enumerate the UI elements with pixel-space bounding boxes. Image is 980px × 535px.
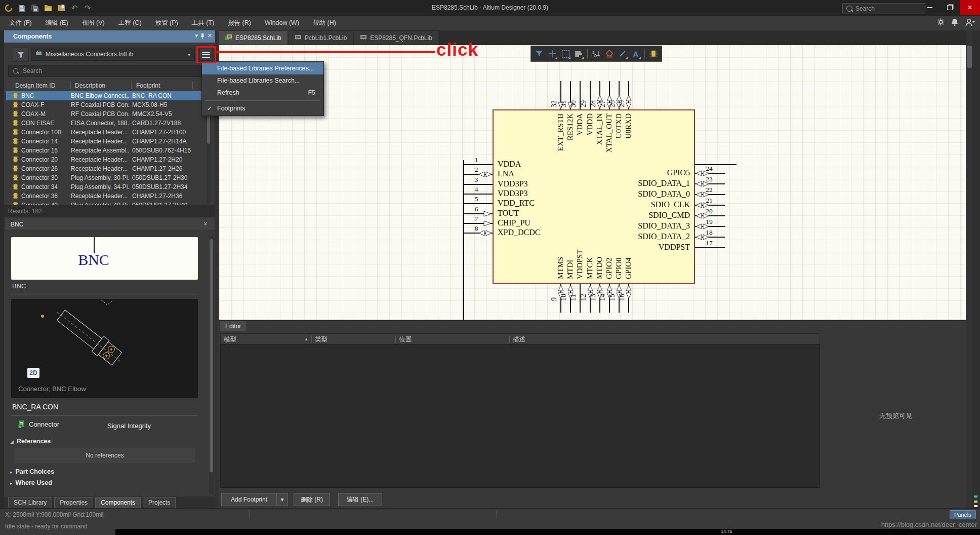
menubar-item-4[interactable]: 放置 (P) — [155, 19, 178, 27]
chevron-down-icon[interactable]: ▾ — [195, 32, 198, 39]
where-used-section[interactable]: ▸Where Used — [10, 479, 52, 486]
model-type-row[interactable]: s Connector — [18, 421, 59, 428]
pin-wire[interactable] — [463, 194, 493, 195]
table-row[interactable]: Connector 30Plug Assembly, 30-Pi...050DS… — [6, 173, 211, 182]
table-row[interactable]: CON EISAEEISA Connector, 188...CARD1.27-… — [6, 119, 211, 128]
column-separator[interactable] — [192, 82, 193, 89]
part-choices-section[interactable]: ▸Part Choices — [10, 468, 54, 475]
svg-text:s: s — [19, 425, 21, 428]
context-menu-item-1[interactable]: File-based Libraries Search... — [202, 74, 323, 87]
panel-tab-sch-library[interactable]: SCH Library — [8, 497, 52, 508]
table-row[interactable]: Connector 20Receptacle Header...CHAMP1.2… — [6, 155, 211, 164]
gear-icon[interactable] — [937, 18, 945, 27]
table-row[interactable]: Connector 26Receptacle Header...CHAMP1.2… — [6, 164, 211, 173]
line-icon[interactable] — [617, 47, 629, 60]
table-row[interactable]: Connector 15Receptacle Assembl...050DSUB… — [6, 146, 211, 155]
polygon-icon[interactable] — [603, 47, 616, 60]
table-row[interactable]: BNCBNC Elbow Connect...BNC_RA CON — [6, 91, 211, 100]
table-row[interactable]: Connector 34Plug Assembly, 34-Pi...050DS… — [6, 182, 211, 192]
pin-icon[interactable] — [200, 33, 205, 41]
part-icon[interactable] — [647, 47, 660, 60]
editor-tab[interactable]: Editor — [220, 321, 246, 331]
library-selector[interactable]: Miscellaneous Connectors.IntLib ▾ — [31, 48, 195, 61]
pin-wire[interactable] — [695, 247, 725, 248]
editor-button-1[interactable]: 删除 (R) — [294, 493, 330, 506]
global-search[interactable]: Search — [842, 3, 925, 14]
table-row[interactable]: COAX-FRF Coaxial PCB Con...MCX5.08-H5 — [6, 100, 211, 109]
column-separator[interactable] — [131, 82, 132, 89]
bell-icon[interactable] — [951, 18, 958, 28]
references-section[interactable]: ◢References — [10, 438, 51, 445]
restore-button[interactable] — [940, 0, 959, 15]
table-row[interactable]: COAX-MRF Coaxial PCB Con...MMCX2.54-V5 — [6, 109, 211, 119]
document-tab-bar[interactable]: ESP8285.SchLibPcbLib1.PcbLibESP8285_QFN.… — [219, 30, 966, 45]
context-menu-item-2[interactable]: RefreshF5 — [202, 87, 323, 99]
context-menu-item-0[interactable]: File-based Libraries Preferences... — [202, 62, 323, 74]
components-search-input[interactable]: Search — [8, 65, 211, 77]
column-separator[interactable] — [70, 82, 71, 89]
context-menu-item-4[interactable]: ✓Footprints — [202, 102, 323, 114]
menubar-item-8[interactable]: 帮助 (H) — [313, 19, 336, 27]
editor-column-1[interactable]: 类型 — [315, 335, 328, 344]
panel-tab-components[interactable]: Components — [95, 497, 141, 508]
editor-column-2[interactable]: 位置 — [399, 335, 412, 344]
editor-column-3[interactable]: 描述 — [513, 335, 525, 344]
pin-wire[interactable] — [463, 184, 493, 185]
text-icon[interactable]: A — [630, 47, 642, 60]
component-section-header[interactable]: BNC » — [4, 218, 215, 231]
2d-badge[interactable]: 2D — [27, 368, 39, 378]
menubar-item-3[interactable]: 工程 (C) — [118, 19, 142, 27]
editor-button-0[interactable]: Add Footprint — [221, 493, 277, 506]
close-button[interactable]: ✕ — [960, 0, 980, 15]
filter-icon[interactable] — [533, 47, 545, 60]
menubar-item-1[interactable]: 编辑 (E) — [45, 19, 68, 27]
table-row[interactable]: Connector 40Plug Assembly, 40-Pi...050DS… — [6, 201, 211, 205]
minimize-button[interactable] — [920, 0, 940, 15]
component-icon — [13, 165, 18, 173]
document-tab-esp8285.schlib[interactable]: ESP8285.SchLib — [219, 31, 288, 45]
symbol-preview[interactable]: BNC — [11, 237, 198, 280]
collapse-chevron-icon[interactable]: » — [202, 222, 210, 225]
editor-table-header[interactable]: 模型类型位置描述▲ — [220, 333, 820, 345]
pin-number: 28 — [590, 100, 597, 107]
footprint-preview[interactable]: 2D Connector; BNC Elbow — [11, 299, 198, 398]
user-icon[interactable] — [965, 18, 976, 28]
document-tab-esp8285_qfn.pcblib[interactable]: ESP8285_QFN.PcbLib — [354, 31, 438, 45]
filter-button[interactable] — [13, 48, 29, 62]
crosshair-icon[interactable] — [546, 47, 558, 60]
schematic-utility-toolbar[interactable]: 1A — [530, 46, 662, 62]
menubar-item-2[interactable]: 视图 (V) — [82, 19, 105, 27]
components-panel-header[interactable]: Components ▾ ✕ — [4, 30, 215, 43]
table-row[interactable]: Connector 100Receptacle Header...CHAMP1.… — [6, 128, 211, 137]
editor-table-body[interactable] — [220, 345, 820, 488]
panels-button[interactable]: Panels — [950, 510, 976, 519]
panel-scrollbar[interactable] — [209, 236, 214, 494]
menubar-item-6[interactable]: 报告 (R) — [228, 19, 251, 27]
align-icon[interactable] — [573, 47, 585, 60]
table-row[interactable]: Connector 14Receptacle Header...CHAMP1.2… — [6, 137, 211, 146]
column-header-2[interactable]: Footprint — [136, 82, 160, 89]
column-header-1[interactable]: Description — [75, 82, 105, 89]
components-table-header[interactable]: Design Item IDDescriptionFootprint — [6, 80, 211, 92]
close-icon[interactable]: ✕ — [208, 32, 212, 39]
document-tab-pcblib1.pcblib[interactable]: PcbLib1.PcbLib — [289, 31, 353, 45]
table-row[interactable]: Connector 36Receptacle Header...CHAMP1.2… — [6, 192, 211, 201]
pin-wire[interactable] — [463, 164, 493, 165]
editor-column-0[interactable]: 模型 — [224, 335, 236, 344]
editor-button-dropdown[interactable]: ▾ — [277, 493, 288, 506]
column-header-0[interactable]: Design Item ID — [15, 82, 55, 89]
selection-icon[interactable] — [559, 47, 571, 60]
panel-tab-projects[interactable]: Projects — [143, 497, 176, 508]
panel-tab-properties[interactable]: Properties — [54, 497, 93, 508]
pin-wire[interactable] — [463, 203, 493, 204]
panel-tab-bar[interactable]: SCH LibraryPropertiesComponentsProjects — [4, 496, 215, 508]
pin-tool-icon[interactable]: 1 — [590, 47, 602, 60]
menubar-item-7[interactable]: Window (W) — [265, 19, 299, 26]
canvas-scrollbar[interactable] — [966, 45, 972, 508]
pin-number: 14 — [599, 294, 606, 301]
menubar-item-0[interactable]: 文件 (F) — [9, 19, 31, 27]
editor-button-2[interactable]: 编辑 (E)... — [338, 493, 382, 506]
menubar-item-5[interactable]: 工具 (T) — [192, 19, 214, 27]
signal-integrity-link[interactable]: Signal Integrity — [107, 422, 151, 430]
components-table[interactable]: BNCBNC Elbow Connect...BNC_RA CONCOAX-FR… — [6, 91, 211, 205]
